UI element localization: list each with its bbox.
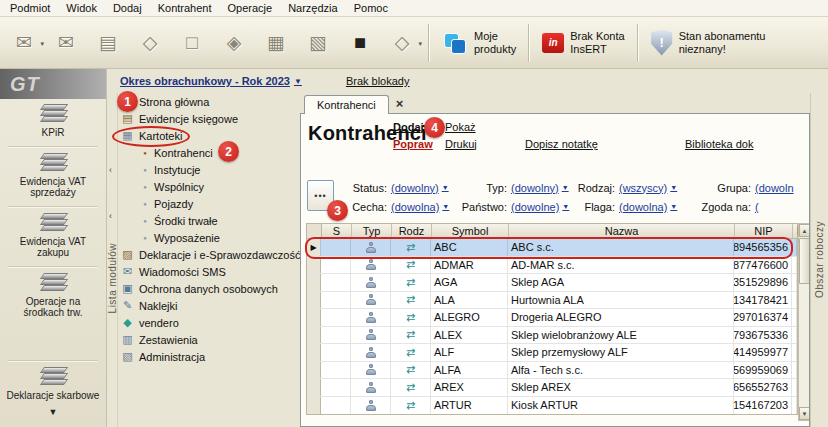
module-label: Operacje na środkach trw. (5, 296, 101, 318)
table-row[interactable]: ALF Sklep przemysłowy ALF 414959977 (307, 344, 797, 362)
tree-item[interactable]: ● Pojazdy (118, 195, 300, 212)
cell-name: Sklep AREX (508, 379, 734, 396)
action-link[interactable]: Popraw (393, 138, 445, 150)
module-item[interactable]: Operacje na środkach trw. (0, 261, 106, 321)
cell-name: Sklep przemysłowy ALF (508, 344, 734, 361)
cell-nip: 569959069 (734, 362, 792, 379)
my-products-icon (442, 31, 468, 55)
filter-value-dropdown[interactable]: (dowolna)▼ (391, 201, 449, 213)
tab-kontrahenci[interactable]: Kontrahenci (304, 95, 389, 114)
scroll-down-button[interactable]: ▼ (799, 407, 810, 420)
table-row[interactable]: AREX Sklep AREX 656552763 (307, 379, 797, 397)
scroll-up-button[interactable]: ▲ (799, 224, 810, 237)
lock-status-link[interactable]: Brak blokady (346, 75, 410, 87)
table-row[interactable]: ALA Hurtownia ALA 134178421 (307, 292, 797, 310)
menu-item[interactable]: Dodaj (105, 1, 150, 15)
scrollbar-thumb[interactable] (799, 238, 810, 284)
cell-rodz (391, 327, 431, 344)
new-note-icon[interactable]: ◇ (134, 27, 166, 59)
tree-item-label: Ewidencje księgowe (139, 113, 238, 125)
action-link[interactable]: Biblioteka dok (685, 138, 754, 150)
module-label: KPiR (5, 127, 101, 138)
copy-icon[interactable]: ▧ (302, 27, 334, 59)
action-link[interactable]: Drukuj (445, 138, 525, 150)
modules-list-splitter[interactable]: ‹ ‹ Lista modułów (107, 93, 118, 427)
column-header[interactable]: Rodz (392, 224, 432, 238)
send-document-icon[interactable]: ✉ ▾ (8, 27, 40, 59)
tree-item[interactable]: ▥ Zestawienia (118, 331, 300, 348)
my-products-button[interactable]: Mojeprodukty (436, 27, 522, 59)
table-scrollbar[interactable]: ▲ ▼ (798, 223, 810, 421)
tree-item[interactable]: ● Środki trwałe (118, 212, 300, 229)
my-products-label-line1: Moje (474, 30, 516, 43)
reports-icon: ▥ (121, 334, 134, 345)
tree-item[interactable]: ▤ Ewidencje księgowe (118, 110, 300, 127)
both-ways-arrows-icon (406, 277, 415, 288)
tree-item[interactable]: ● Wyposażenie (118, 229, 300, 246)
module-item[interactable]: Ewidencja VAT sprzedaży (0, 141, 106, 201)
menu-item[interactable]: Narzędzia (280, 1, 346, 15)
column-header[interactable]: NIP (735, 224, 793, 238)
subscription-status-button[interactable]: Stan abonamentunieznany! (645, 27, 772, 59)
tree-item[interactable]: ▧ Administracja (118, 348, 300, 365)
tree-item-label: Strona główna (139, 96, 209, 108)
tree-item[interactable]: ● Instytucje (118, 161, 300, 178)
toolbar-separator (528, 24, 530, 62)
module-item[interactable]: KPiR (0, 99, 106, 141)
tree-item[interactable]: ▨ Deklaracje i e-Sprawozdawczość (118, 246, 300, 263)
table-row[interactable]: ALEX Sklep wielobranżowy ALE 793675336 (307, 327, 797, 345)
close-tab-button[interactable]: × (396, 99, 404, 109)
table-row[interactable]: ALEGRO Drogeria ALEGRO 297016374 (307, 309, 797, 327)
menu-item[interactable]: Operacje (220, 1, 281, 15)
tree-item[interactable]: ✎ Naklejki (118, 297, 300, 314)
cell-status (321, 362, 351, 379)
collapse-chevron-icon[interactable]: ‹ (109, 165, 112, 175)
accounting-period-dropdown[interactable]: Okres obrachunkowy - Rok 2023▼ (120, 75, 302, 87)
table-row[interactable]: ARTUR Kiosk ARTUR 154167203 (307, 397, 797, 415)
module-separator (8, 146, 98, 148)
modules-more-button[interactable]: ▼ (0, 407, 106, 417)
module-item[interactable]: Deklaracje skarbowe (0, 355, 106, 404)
filter-value-dropdown[interactable]: (dowolne)▼ (511, 201, 569, 213)
menu-item[interactable]: Pomoc (346, 1, 396, 15)
printer-icon[interactable]: ▦ (260, 27, 292, 59)
tab-strip: Kontrahenci × (300, 93, 810, 114)
insert-account-button[interactable]: Brak KontaInsERT (536, 27, 630, 59)
print-queue-icon[interactable]: ▤ (92, 27, 124, 59)
person-icon (365, 312, 377, 323)
cube-icon[interactable]: ■ (344, 27, 376, 59)
menu-item[interactable]: Widok (58, 1, 105, 15)
menu-item[interactable]: Podmiot (2, 1, 58, 15)
collapse-chevron-icon[interactable]: ‹ (109, 211, 112, 221)
export-icon[interactable]: ◇ ▾ (386, 27, 418, 59)
column-header[interactable]: Nazwa (509, 224, 735, 238)
tree-item[interactable]: ● Wspólnicy (118, 178, 300, 195)
action-link[interactable]: Pokaż (445, 121, 525, 133)
column-header[interactable]: S (322, 224, 352, 238)
filter-value-dropdown[interactable]: (dowolna)▼ (619, 201, 677, 213)
table-row[interactable]: AGA Sklep AGA 351529896 (307, 274, 797, 292)
tree-item[interactable]: ⌂ Strona główna (118, 93, 300, 110)
share-icon[interactable]: ◈ (218, 27, 250, 59)
menu-item[interactable]: Kontrahent (150, 1, 220, 15)
mail-icon[interactable]: ✉ (50, 27, 82, 59)
filter-value-dropdown[interactable]: (wszyscy)▼ (619, 182, 677, 194)
tree-item[interactable]: ◆ vendero (118, 314, 300, 331)
document-icon[interactable]: □ (176, 27, 208, 59)
filter-cell: Rodzaj: (wszyscy)▼ (571, 182, 695, 194)
filter-value-dropdown[interactable]: (dowoln (755, 182, 797, 194)
action-link[interactable]: Dopisz notatkę (525, 138, 685, 150)
cell-rodz (391, 309, 431, 326)
filter-value-dropdown[interactable]: ( (755, 201, 762, 213)
tree-item[interactable]: ▣ Ochrona danych osobowych (118, 280, 300, 297)
table-row[interactable]: ADMAR AD-MAR s.c. 877476600 (307, 257, 797, 275)
step-1-highlight-oval (112, 126, 190, 147)
tree-item-label: Instytucje (154, 164, 200, 176)
table-row[interactable]: ALFA Alfa - Tech s.c. 569959069 (307, 362, 797, 380)
filter-value-dropdown[interactable]: (dowolny)▼ (391, 182, 449, 194)
tree-item[interactable]: ✉ Wiadomości SMS (118, 263, 300, 280)
module-item[interactable]: Ewidencja VAT zakupu (0, 201, 106, 261)
column-header[interactable]: Symbol (432, 224, 509, 238)
filter-value-dropdown[interactable]: (dowolny)▼ (511, 182, 569, 194)
column-header[interactable]: Typ (352, 224, 392, 238)
